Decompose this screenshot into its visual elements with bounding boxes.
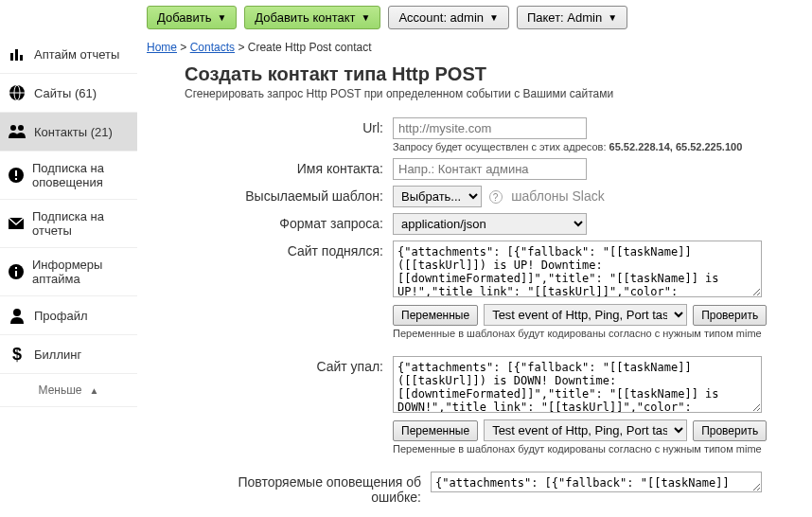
- chevron-down-icon: ▼: [362, 12, 371, 23]
- url-input[interactable]: [393, 117, 587, 139]
- url-label: Url:: [185, 117, 393, 152]
- sidebar-item-label: Биллинг: [34, 348, 81, 362]
- chevron-down-icon: ▼: [217, 12, 226, 23]
- template-label: Высылаемый шаблон:: [185, 186, 393, 207]
- sidebar-item-profile[interactable]: Профайл: [0, 296, 137, 335]
- envelope-icon: [8, 214, 25, 233]
- top-toolbar: Добавить▼ Добавить контакт▼ Account: adm…: [0, 0, 812, 35]
- svg-rect-9: [15, 170, 17, 176]
- check-button[interactable]: Проверить: [693, 420, 767, 441]
- format-select[interactable]: application/json: [393, 213, 587, 235]
- chevron-down-icon: ▼: [608, 12, 617, 23]
- profile-icon: [8, 306, 26, 325]
- sidebar-item-label: Контакты (21): [34, 125, 113, 139]
- breadcrumb: Home > Contacts > Create Http Post conta…: [147, 41, 803, 54]
- svg-rect-10: [15, 178, 17, 180]
- svg-rect-1: [15, 49, 18, 61]
- sidebar-item-label: Сайты (61): [34, 86, 97, 100]
- sidebar-item-label: Аптайм отчеты: [34, 47, 119, 62]
- sidebar-item-label: Подписка на оповещения: [32, 161, 130, 189]
- encode-hint: Переменные в шаблонах будут кодированы с…: [393, 328, 803, 339]
- info-icon: [8, 262, 25, 281]
- encode-hint: Переменные в шаблонах будут кодированы с…: [393, 443, 803, 455]
- sidebar-item-sites[interactable]: Сайты (61): [0, 74, 137, 113]
- sidebar: Аптайм отчеты Сайты (61) Контакты (21) П…: [0, 35, 137, 516]
- svg-rect-13: [15, 271, 17, 276]
- sidebar-item-report-subscription[interactable]: Подписка на отчеты: [0, 200, 137, 248]
- sidebar-item-label: Информеры аптайма: [32, 258, 130, 286]
- sidebar-item-label: Подписка на отчеты: [32, 209, 130, 238]
- help-icon[interactable]: ?: [489, 190, 503, 204]
- account-menu[interactable]: Account: admin▼: [388, 6, 509, 29]
- globe-icon: [8, 83, 26, 102]
- check-button[interactable]: Проверить: [693, 305, 767, 326]
- chevron-up-icon: ▲: [90, 385, 99, 396]
- sidebar-less-toggle[interactable]: Меньше ▲: [0, 374, 137, 407]
- breadcrumb-contacts[interactable]: Contacts: [190, 41, 235, 54]
- template-select[interactable]: Выбрать...: [393, 186, 482, 207]
- breadcrumb-home[interactable]: Home: [147, 41, 177, 54]
- add-contact-button[interactable]: Добавить контакт▼: [244, 6, 380, 29]
- page-title: Создать контакт типа Http POST: [185, 63, 803, 85]
- sidebar-item-alert-subscription[interactable]: Подписка на оповещения: [0, 152, 137, 200]
- svg-text:$: $: [12, 345, 22, 364]
- page-subtitle: Сгенерировать запрос Http POST при опред…: [185, 87, 803, 100]
- sidebar-item-uptime-informers[interactable]: Информеры аптайма: [0, 248, 137, 296]
- url-hint: Запросу будет осуществлен с этих адресов…: [393, 141, 803, 152]
- package-menu[interactable]: Пакет: Admin▼: [517, 6, 627, 29]
- svg-point-7: [18, 125, 24, 131]
- bar-chart-icon: [8, 45, 26, 63]
- dollar-icon: $: [8, 345, 26, 364]
- vars-button[interactable]: Переменные: [393, 305, 478, 326]
- name-label: Имя контакта:: [185, 158, 393, 180]
- svg-rect-2: [20, 55, 23, 61]
- format-label: Формат запроса:: [185, 213, 393, 235]
- sidebar-item-billing[interactable]: $ Биллинг: [0, 335, 137, 374]
- breadcrumb-current: Create Http Post contact: [248, 41, 372, 54]
- test-event-select[interactable]: Test event of Http, Ping, Port task: [484, 304, 687, 326]
- sidebar-item-label: Профайл: [34, 309, 88, 323]
- chevron-down-icon: ▼: [489, 12, 499, 23]
- add-button[interactable]: Добавить▼: [147, 6, 237, 29]
- svg-rect-0: [10, 53, 13, 61]
- svg-point-6: [10, 125, 16, 131]
- site-down-textarea[interactable]: [393, 356, 762, 413]
- site-up-label: Сайт поднялся:: [185, 241, 393, 339]
- users-icon: [8, 122, 26, 141]
- svg-rect-14: [15, 267, 17, 269]
- test-event-select[interactable]: Test event of Http, Ping, Port task: [484, 419, 687, 441]
- alert-icon: [8, 166, 25, 185]
- svg-point-15: [13, 309, 21, 316]
- site-up-textarea[interactable]: [393, 241, 762, 297]
- vars-button[interactable]: Переменные: [393, 420, 478, 441]
- repeat-textarea[interactable]: [431, 472, 762, 492]
- sidebar-item-uptime-reports[interactable]: Аптайм отчеты: [0, 35, 137, 74]
- sidebar-item-contacts[interactable]: Контакты (21): [0, 113, 137, 152]
- site-down-label: Сайт упал:: [185, 356, 393, 455]
- repeat-label: Повторяемые оповещения об ошибке:: [185, 472, 431, 505]
- slack-templates-link[interactable]: шаблоны Slack: [511, 188, 604, 204]
- contact-name-input[interactable]: [393, 158, 587, 180]
